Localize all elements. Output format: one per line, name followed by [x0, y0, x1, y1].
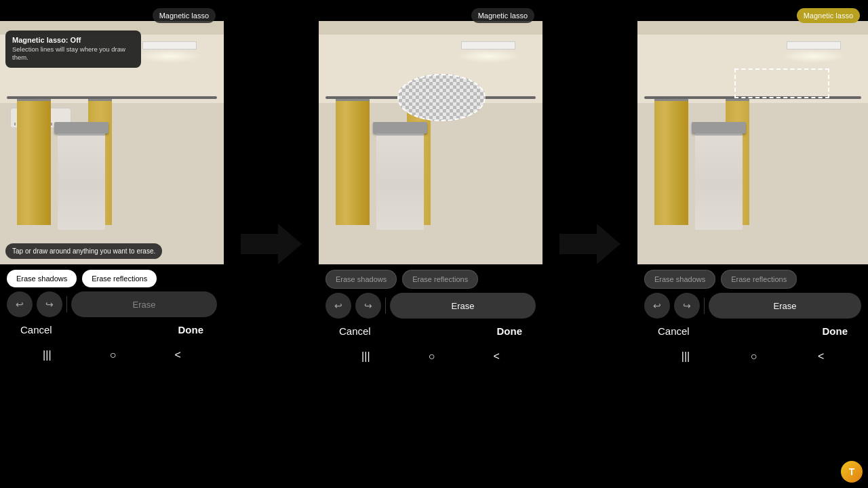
home-icon-1[interactable]: ○	[110, 349, 117, 361]
erase-action-btn-1[interactable]: Erase	[71, 291, 217, 317]
tooltip-1: Magnetic lasso: Off Selection lines will…	[5, 30, 141, 68]
menu-icon-1[interactable]: |||	[43, 349, 51, 361]
nav-bottom-1: ||| ○ <	[0, 342, 224, 371]
bottom-controls-1: Erase shadows Erase reflections ↩ ↪ Eras…	[0, 264, 224, 317]
back-icon-3[interactable]: <	[818, 350, 824, 363]
erased-ellipse-2	[397, 74, 486, 121]
undo-btn-2[interactable]: ↩	[326, 293, 351, 319]
svg-marker-0	[241, 224, 302, 264]
magnetic-lasso-badge-1[interactable]: Magnetic lasso	[153, 8, 216, 23]
undo-btn-3[interactable]: ↩	[644, 293, 670, 319]
done-btn-1[interactable]: Done	[178, 324, 204, 336]
done-btn-3[interactable]: Done	[823, 325, 848, 337]
redo-btn-3[interactable]: ↪	[674, 293, 700, 319]
tooltip-title-1: Magnetic lasso: Off	[12, 36, 134, 44]
home-icon-3[interactable]: ○	[751, 350, 757, 363]
curtain-left-1	[17, 99, 51, 226]
back-icon-2[interactable]: <	[494, 350, 500, 363]
divider-1	[66, 296, 67, 312]
erase-reflections-btn-3[interactable]: Erase reflections	[721, 270, 797, 289]
towel-rack-3	[692, 122, 746, 134]
ceiling-glow-1	[136, 49, 203, 63]
home-icon-2[interactable]: ○	[429, 350, 435, 363]
cancel-btn-2[interactable]: Cancel	[339, 325, 371, 337]
image-area-1: Magnetic lasso Magnetic lasso: Off Selec…	[0, 0, 224, 264]
arrow-svg-1	[241, 224, 302, 264]
towel-2	[376, 134, 424, 230]
erase-shadows-btn-3[interactable]: Erase shadows	[644, 270, 715, 289]
ceiling-light-2	[461, 41, 515, 49]
phone-panel-1: Magnetic lasso Magnetic lasso: Off Selec…	[0, 0, 224, 488]
room-background-2	[319, 0, 542, 264]
arrow-2	[542, 0, 637, 488]
room-content-1	[0, 35, 224, 264]
phone-panel-3: Magnetic lasso Erase shadows Erase refle…	[637, 0, 868, 488]
erase-buttons-row-3: Erase shadows Erase reflections	[644, 270, 861, 289]
screen-1: Magnetic lasso Magnetic lasso: Off Selec…	[0, 0, 224, 488]
arrow-1	[224, 0, 319, 488]
action-row-1: ↩ ↪ Erase	[7, 291, 217, 317]
towel-rack-1	[54, 122, 108, 134]
redo-btn-1[interactable]: ↪	[37, 291, 62, 317]
action-row-2: ↩ ↪ Erase	[326, 293, 536, 319]
image-area-3: Magnetic lasso	[637, 0, 868, 264]
back-icon-1[interactable]: <	[175, 349, 181, 361]
arrow-svg-2	[559, 224, 620, 264]
magnetic-lasso-badge-2[interactable]: Magnetic lasso	[471, 8, 534, 23]
towel-rack-2	[373, 122, 427, 134]
erase-reflections-btn-1[interactable]: Erase reflections	[82, 270, 157, 287]
erase-reflections-btn-2[interactable]: Erase reflections	[402, 270, 478, 289]
ceiling-light-1	[142, 41, 197, 49]
ceiling-glow-3	[780, 49, 848, 63]
bottom-controls-2: Erase shadows Erase reflections ↩ ↪ Eras…	[319, 264, 542, 319]
room-background-3	[637, 0, 868, 264]
tooltip-text-1: Selection lines will stay where you draw…	[12, 45, 134, 62]
erase-action-btn-2[interactable]: Erase	[390, 293, 536, 319]
image-area-2: Magnetic lasso	[319, 0, 542, 264]
cancel-done-row-2: Cancel Done	[319, 319, 542, 344]
erase-action-btn-3[interactable]: Erase	[709, 293, 861, 319]
erase-shadows-btn-2[interactable]: Erase shadows	[326, 270, 397, 289]
watermark: T	[841, 461, 863, 483]
menu-icon-2[interactable]: |||	[361, 350, 370, 363]
towel-3	[695, 134, 743, 230]
hint-text-1: Tap or draw around anything you want to …	[5, 243, 162, 259]
bottom-controls-3: Erase shadows Erase reflections ↩ ↪ Eras…	[637, 264, 868, 319]
screen-3: Magnetic lasso Erase shadows Erase refle…	[637, 0, 868, 488]
nav-bottom-3: ||| ○ <	[637, 344, 868, 372]
menu-icon-3[interactable]: |||	[682, 350, 690, 363]
magnetic-lasso-badge-3[interactable]: Magnetic lasso	[797, 8, 860, 23]
undo-btn-1[interactable]: ↩	[7, 291, 33, 317]
action-row-3: ↩ ↪ Erase	[644, 293, 861, 319]
curtain-left-3	[654, 99, 688, 226]
erase-shadows-btn-1[interactable]: Erase shadows	[7, 270, 77, 287]
divider-2	[385, 298, 386, 314]
curtain-left-2	[336, 99, 370, 226]
cancel-done-row-3: Cancel Done	[637, 319, 868, 344]
svg-marker-1	[559, 224, 620, 264]
screen-2: Magnetic lasso Erase shadows Erase refle…	[319, 0, 542, 488]
ceiling-light-3	[787, 41, 841, 49]
cancel-btn-3[interactable]: Cancel	[658, 325, 690, 337]
nav-bottom-2: ||| ○ <	[319, 344, 542, 372]
selection-rect-3	[734, 68, 829, 98]
ceiling-glow-2	[454, 49, 522, 63]
erase-buttons-row-2: Erase shadows Erase reflections	[326, 270, 536, 289]
erase-buttons-row-1: Erase shadows Erase reflections	[7, 270, 217, 287]
phone-panel-2: Magnetic lasso Erase shadows Erase refle…	[319, 0, 542, 488]
redo-btn-2[interactable]: ↪	[355, 293, 381, 319]
divider-3	[704, 298, 705, 314]
towel-1	[58, 134, 105, 230]
cancel-done-row-1: Cancel Done	[0, 317, 224, 342]
room-content-2	[319, 35, 542, 264]
cancel-btn-1[interactable]: Cancel	[20, 324, 52, 336]
done-btn-2[interactable]: Done	[497, 325, 523, 337]
